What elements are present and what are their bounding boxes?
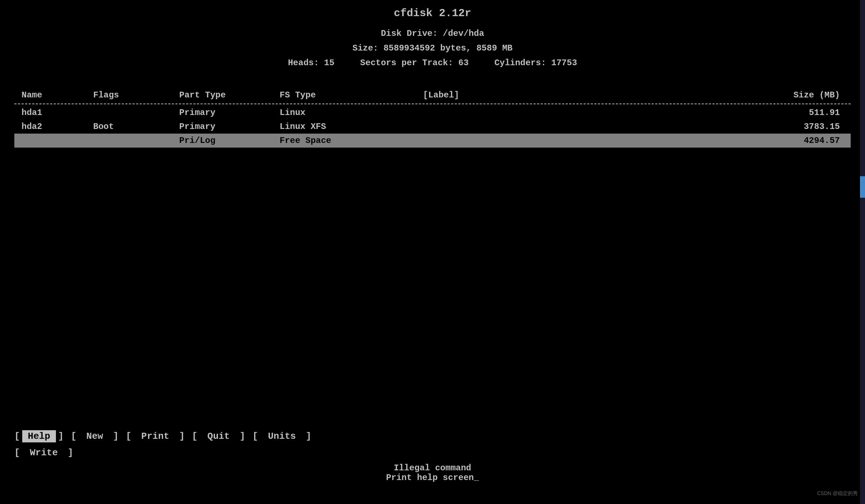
sectors-label: Sectors per Track: xyxy=(360,58,453,68)
new-label: New xyxy=(86,431,103,442)
heads-label: Heads: xyxy=(288,58,319,68)
header-size: Size (MB) xyxy=(765,90,851,100)
row3-name xyxy=(14,136,79,145)
scrollbar-thumb[interactable] xyxy=(860,176,865,198)
status-section: Illegal command Print help screen_ xyxy=(14,463,851,483)
drive-label: Disk Drive: xyxy=(381,29,437,38)
header-section: cfdisk 2.12r Disk Drive: /dev/hda Size: … xyxy=(14,7,851,70)
status-line1: Illegal command xyxy=(14,463,851,473)
menu-item-print[interactable]: [ Print ] xyxy=(126,431,185,442)
row2-fs-type: Linux XFS xyxy=(272,122,416,131)
size-label: Size: xyxy=(352,43,378,53)
header-name: Name xyxy=(14,90,79,100)
row2-flags: Boot xyxy=(79,122,172,131)
print-label: Print xyxy=(141,431,169,442)
watermark: CSDN @稳定的秀 xyxy=(817,490,858,497)
bracket-open: [ xyxy=(71,431,77,442)
table-row[interactable]: Pri/Log Free Space 4294.57 xyxy=(14,134,851,148)
menu-item-help[interactable]: [ Help ] xyxy=(14,430,64,442)
disk-drive-line: Disk Drive: /dev/hda xyxy=(14,27,851,41)
bracket-close: ] xyxy=(179,431,185,442)
row2-size: 3783.15 xyxy=(765,122,851,131)
bracket-open: [ xyxy=(14,431,20,442)
bracket-close: ] xyxy=(306,431,312,442)
row3-fs-type: Free Space xyxy=(272,136,416,145)
header-flags: Flags xyxy=(79,90,172,100)
size-mb: 8589 MB xyxy=(476,43,513,53)
table-row[interactable]: hda2 Boot Primary Linux XFS 3783.15 xyxy=(14,120,851,134)
header-label: [Label] xyxy=(416,90,765,100)
bracket-open: [ xyxy=(14,447,20,458)
row3-label xyxy=(416,136,765,145)
row2-label xyxy=(416,122,765,131)
row1-flags xyxy=(79,108,172,117)
row1-fs-type: Linux xyxy=(272,108,416,117)
drive-path: /dev/hda xyxy=(443,29,484,38)
row1-size: 511.91 xyxy=(765,108,851,117)
row3-size: 4294.57 xyxy=(765,136,851,145)
cylinders-value: 17753 xyxy=(551,58,577,68)
bracket-open: [ xyxy=(252,431,258,442)
menu-item-write[interactable]: [ Write ] xyxy=(14,447,73,458)
menu-item-new[interactable]: [ New ] xyxy=(71,431,119,442)
table-divider xyxy=(14,104,851,104)
menu-item-quit[interactable]: [ Quit ] xyxy=(192,431,245,442)
sectors-value: 63 xyxy=(458,58,469,68)
quit-label: Quit xyxy=(208,431,230,442)
bracket-close: ] xyxy=(113,431,119,442)
size-bytes: 8589934592 bytes, xyxy=(384,43,471,53)
scrollbar[interactable] xyxy=(860,0,865,504)
bracket-open: [ xyxy=(192,431,198,442)
cylinders-label: Cylinders: xyxy=(494,58,546,68)
menu-item-units[interactable]: [ Units ] xyxy=(252,431,311,442)
row2-part-type: Primary xyxy=(172,122,272,131)
header-part-type: Part Type xyxy=(172,90,272,100)
bracket-close: ] xyxy=(58,431,64,442)
bracket-close: ] xyxy=(240,431,246,442)
units-label: Units xyxy=(268,431,296,442)
row1-part-type: Primary xyxy=(172,108,272,117)
status-line2: Print help screen_ xyxy=(14,473,851,483)
table-row[interactable]: hda1 Primary Linux 511.91 xyxy=(14,106,851,120)
row1-label xyxy=(416,108,765,117)
row3-flags xyxy=(79,136,172,145)
help-label: Help xyxy=(22,430,56,442)
row3-part-type: Pri/Log xyxy=(172,136,272,145)
bracket-close: ] xyxy=(68,447,73,458)
app-title: cfdisk 2.12r xyxy=(14,7,851,19)
header-fs-type: FS Type xyxy=(272,90,416,100)
menu-row-2: [ Write ] xyxy=(14,447,851,458)
table-header-row: Name Flags Part Type FS Type [Label] Siz… xyxy=(14,88,851,102)
heads-value: 15 xyxy=(324,58,334,68)
disk-size-line: Size: 8589934592 bytes, 8589 MB xyxy=(14,41,851,56)
write-label: Write xyxy=(30,447,58,458)
partition-table: Name Flags Part Type FS Type [Label] Siz… xyxy=(14,88,851,148)
menu-row-1: [ Help ] [ New ] [ Print ] xyxy=(14,430,851,442)
row2-name: hda2 xyxy=(14,122,79,131)
disk-geometry-line: Heads: 15 Sectors per Track: 63 Cylinder… xyxy=(14,56,851,71)
bottom-section: [ Help ] [ New ] [ Print ] xyxy=(14,430,851,483)
row1-name: hda1 xyxy=(14,108,79,117)
bracket-open: [ xyxy=(126,431,132,442)
disk-info: Disk Drive: /dev/hda Size: 8589934592 by… xyxy=(14,27,851,70)
